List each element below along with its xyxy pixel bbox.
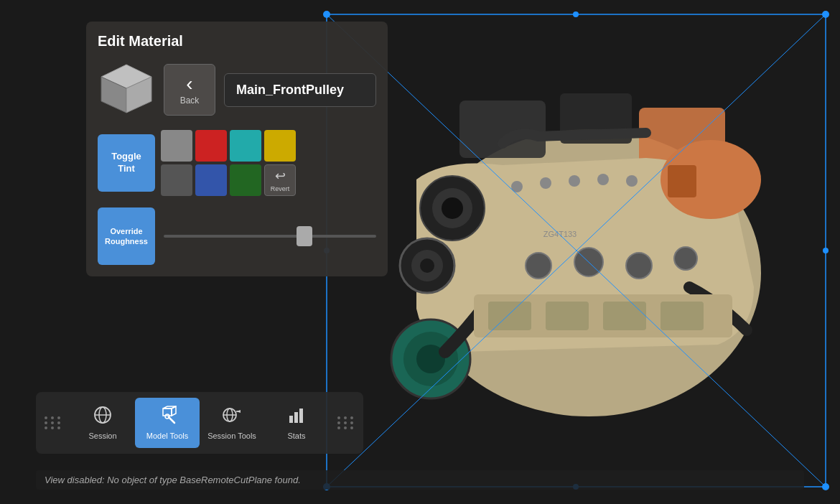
revert-icon: ↩ <box>275 168 286 184</box>
bottom-toolbar: Session Model Tools <box>36 392 363 454</box>
drag-dot <box>51 426 54 429</box>
svg-point-15 <box>511 181 523 192</box>
status-bar: View disabled: No object of type BaseRem… <box>36 470 804 490</box>
drag-dot <box>45 421 47 424</box>
drag-dot <box>344 421 347 424</box>
swatches-row-2: ↩ Revert <box>161 164 296 196</box>
svg-point-9 <box>420 258 434 273</box>
svg-marker-51 <box>172 406 176 416</box>
material-panel: Edit Material ‹ Back Main_FrontPulley To… <box>86 22 388 276</box>
toolbar-item-session[interactable]: Session <box>70 398 135 448</box>
toolbar-item-stats[interactable]: Stats <box>264 398 329 448</box>
svg-point-19 <box>626 175 638 187</box>
override-roughness-button[interactable]: OverrideRoughness <box>98 207 155 265</box>
drag-dot <box>45 426 47 429</box>
drag-dot <box>350 421 353 424</box>
drag-dot <box>337 426 340 429</box>
back-button[interactable]: ‹ Back <box>164 64 215 116</box>
drag-dot <box>350 426 353 429</box>
svg-point-18 <box>597 174 609 185</box>
back-label: Back <box>180 95 200 106</box>
session-tools-icon <box>222 406 242 429</box>
swatch-blue[interactable] <box>195 164 227 196</box>
toggle-tint-label: ToggleTint <box>111 151 141 175</box>
svg-point-28 <box>626 253 652 279</box>
svg-rect-22 <box>546 302 589 330</box>
panel-header-row: ‹ Back Main_FrontPulley <box>98 61 376 118</box>
drag-dot <box>337 421 340 424</box>
svg-rect-59 <box>299 409 303 423</box>
model-tools-icon <box>157 406 177 429</box>
material-cube-preview <box>98 61 155 118</box>
stats-label: Stats <box>287 431 305 440</box>
drag-handle-right[interactable] <box>337 416 355 429</box>
svg-point-26 <box>526 253 551 279</box>
override-roughness-label: OverrideRoughness <box>105 226 148 247</box>
svg-point-29 <box>674 247 697 270</box>
svg-point-16 <box>540 177 551 189</box>
session-icon <box>93 406 112 429</box>
svg-rect-58 <box>294 412 298 423</box>
panel-title: Edit Material <box>98 33 376 50</box>
swatches-container: ↩ Revert <box>161 130 296 196</box>
swatches-row-1 <box>161 130 296 162</box>
drag-dot <box>350 416 353 419</box>
session-label: Session <box>88 431 116 440</box>
swatch-gray[interactable] <box>161 130 192 162</box>
drag-dot <box>57 426 60 429</box>
svg-rect-14 <box>668 165 696 197</box>
drag-handle-left[interactable] <box>45 416 62 429</box>
swatch-red[interactable] <box>195 130 227 162</box>
material-name: Main_FrontPulley <box>224 73 376 107</box>
svg-rect-21 <box>488 302 531 330</box>
drag-dot <box>51 416 54 419</box>
drag-dot <box>344 416 347 419</box>
toolbar-item-model-tools[interactable]: Model Tools <box>135 398 200 448</box>
roughness-slider-track <box>164 235 376 238</box>
status-message: View disabled: No object of type BaseRem… <box>45 475 301 485</box>
svg-point-27 <box>574 248 603 276</box>
back-arrow-icon: ‹ <box>186 74 192 94</box>
drag-dot <box>45 416 47 419</box>
svg-rect-57 <box>289 416 293 423</box>
drag-dot <box>51 421 54 424</box>
swatch-dark-gray[interactable] <box>161 164 192 196</box>
color-section: ToggleTint ↩ Revert <box>98 130 376 196</box>
roughness-slider-thumb[interactable] <box>297 226 312 246</box>
stats-icon <box>287 406 306 429</box>
drag-dot <box>57 416 60 419</box>
drag-dot <box>344 426 347 429</box>
session-tools-label: Session Tools <box>207 431 256 440</box>
revert-label: Revert <box>271 185 290 192</box>
svg-text:ZG4T133: ZG4T133 <box>543 230 577 238</box>
roughness-slider-container <box>164 225 376 247</box>
swatch-yellow[interactable] <box>264 130 296 162</box>
toolbar-item-session-tools[interactable]: Session Tools <box>200 398 264 448</box>
toggle-tint-button[interactable]: ToggleTint <box>98 134 155 192</box>
svg-point-6 <box>442 197 463 219</box>
revert-button[interactable]: ↩ Revert <box>264 164 296 196</box>
swatch-green[interactable] <box>230 164 261 196</box>
svg-rect-24 <box>661 302 704 330</box>
roughness-section: OverrideRoughness <box>98 207 376 265</box>
drag-dot <box>337 416 340 419</box>
svg-rect-23 <box>603 302 646 330</box>
drag-dot <box>57 421 60 424</box>
model-tools-label: Model Tools <box>146 431 189 440</box>
svg-rect-1 <box>459 101 546 158</box>
swatch-teal[interactable] <box>230 130 261 162</box>
svg-point-17 <box>569 175 580 187</box>
